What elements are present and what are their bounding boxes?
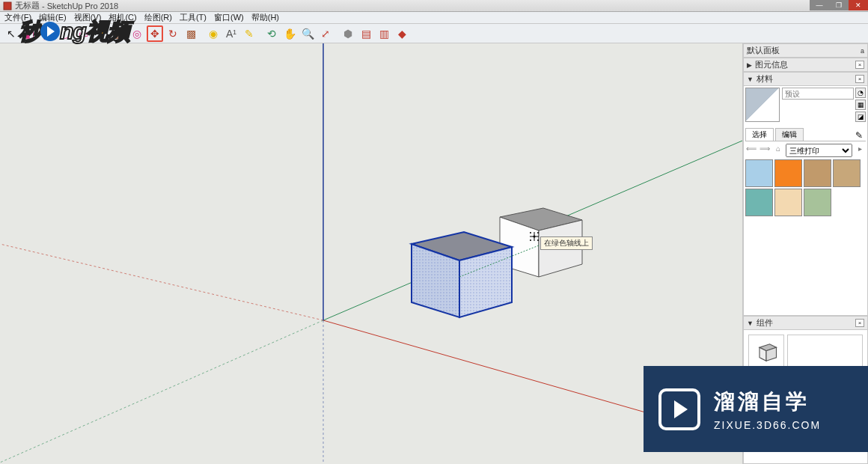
- pushpull-tool[interactable]: ▦: [111, 25, 127, 42]
- zoom-tool[interactable]: 🔍: [299, 25, 316, 42]
- window-close-button[interactable]: ✕: [849, 0, 868, 10]
- inference-tooltip: 在绿色轴线上: [540, 236, 593, 250]
- material-create-icon[interactable]: ▦: [855, 100, 866, 110]
- material-default-icon[interactable]: ◪: [855, 112, 866, 122]
- offset-tool[interactable]: ◎: [129, 25, 145, 42]
- main-toolbar: ↖◧╱◡▭○▦◎✥↻▩◉A¹✎⟲✋🔍⤢⬢▤▥◆: [0, 24, 868, 43]
- pan-tool[interactable]: ✋: [281, 25, 298, 42]
- material-swatch-5[interactable]: [774, 189, 802, 216]
- materials-panel-body: ◔ ▦ ◪ 选择 编辑 ✎ ⟸ ⟹ ⌂ 三维打印 ▸: [743, 86, 868, 316]
- orbit-tool[interactable]: ⟲: [263, 25, 280, 42]
- svg-rect-0: [4, 2, 11, 10]
- model-viewport[interactable]: 在绿色轴线上: [0, 43, 742, 464]
- tray-title: 默认面板: [747, 45, 780, 56]
- collapse-arrow-icon: ▶: [747, 61, 752, 69]
- menu-help[interactable]: 帮助(H): [250, 12, 281, 23]
- menu-bar: 文件(F) 编辑(E) 视图(V) 相机(C) 绘图(R) 工具(T) 窗口(W…: [0, 12, 868, 24]
- expand-arrow-icon: ▼: [747, 76, 754, 83]
- tray-pin-icon[interactable]: a: [861, 47, 864, 55]
- title-bar: 无标题 - SketchUp Pro 2018 — ❐ ✕: [0, 0, 868, 12]
- paint-tool[interactable]: ✎: [241, 25, 257, 42]
- menu-edit[interactable]: 编辑(E): [37, 12, 68, 23]
- component-description: [787, 335, 863, 370]
- menu-window[interactable]: 窗口(W): [213, 12, 245, 23]
- nav-menu-button[interactable]: ▸: [854, 144, 866, 156]
- rotate-tool[interactable]: ↻: [165, 25, 181, 42]
- material-swatch-4[interactable]: [745, 189, 773, 216]
- component-thumbnail[interactable]: [748, 335, 784, 370]
- move-tool[interactable]: ✥: [147, 25, 163, 42]
- materials-close-button[interactable]: ×: [855, 75, 864, 83]
- tray-title-bar[interactable]: 默认面板 a: [743, 43, 868, 58]
- entity-info-close-button[interactable]: ×: [855, 61, 864, 69]
- svg-point-20: [530, 232, 531, 233]
- materials-panel-header[interactable]: ▼ 材料 ×: [743, 72, 868, 86]
- svg-point-21: [537, 232, 539, 233]
- menu-view[interactable]: 视图(V): [73, 12, 103, 23]
- layers-tool[interactable]: ▤: [358, 25, 374, 42]
- entity-info-panel-header[interactable]: ▶ 图元信息 ×: [743, 58, 868, 72]
- menu-file[interactable]: 文件(F): [3, 12, 33, 23]
- doc-name: 无标题: [15, 0, 40, 11]
- line-tool[interactable]: ╱: [39, 25, 55, 42]
- text-tool[interactable]: A¹: [223, 25, 239, 42]
- app-icon: [3, 1, 12, 10]
- svg-point-23: [537, 239, 539, 241]
- svg-point-19: [534, 236, 536, 238]
- rectangle-tool[interactable]: ▭: [75, 25, 91, 42]
- material-swatch-grid: [745, 159, 866, 216]
- axes-canvas: [0, 43, 742, 464]
- material-swatch-3[interactable]: [833, 159, 861, 187]
- material-swatch-0[interactable]: [745, 159, 773, 187]
- app-name: SketchUp Pro 2018: [47, 1, 118, 10]
- title-sep: -: [40, 1, 47, 10]
- select-tool[interactable]: ↖: [3, 25, 19, 42]
- tab-select[interactable]: 选择: [745, 128, 774, 141]
- arc-tool[interactable]: ◡: [57, 25, 73, 42]
- layers2-tool[interactable]: ▥: [376, 25, 392, 42]
- material-name-input[interactable]: [782, 88, 854, 100]
- svg-rect-1: [0, 43, 742, 464]
- zoom-extents-tool[interactable]: ⤢: [317, 25, 334, 42]
- material-sample-icon[interactable]: ◔: [855, 88, 866, 98]
- components-close-button[interactable]: ×: [855, 319, 864, 327]
- material-preview[interactable]: [745, 88, 780, 122]
- material-swatch-1[interactable]: [774, 159, 802, 187]
- ext-tool[interactable]: ◆: [394, 25, 410, 42]
- nav-back-button[interactable]: ⟸: [745, 144, 757, 156]
- components-panel-body: 🔍: [743, 330, 868, 464]
- window-minimize-button[interactable]: —: [810, 0, 829, 10]
- window-maximize-button[interactable]: ❐: [829, 0, 849, 10]
- edit-pencil-icon[interactable]: ✎: [852, 130, 866, 141]
- material-swatch-2[interactable]: [804, 159, 831, 187]
- menu-camera[interactable]: 相机(C): [107, 12, 138, 23]
- svg-point-22: [530, 239, 531, 241]
- tab-edit[interactable]: 编辑: [775, 128, 804, 141]
- expand-arrow-icon: ▼: [747, 320, 754, 327]
- nav-home-icon[interactable]: ⌂: [772, 144, 784, 156]
- components-panel-header[interactable]: ▼ 组件 ×: [743, 316, 868, 330]
- 3dw-tool[interactable]: ⬢: [340, 25, 356, 42]
- material-swatch-6[interactable]: [804, 189, 831, 216]
- cube-selected[interactable]: [412, 232, 512, 317]
- entity-info-title: 图元信息: [755, 59, 788, 70]
- nav-fwd-button[interactable]: ⟹: [759, 144, 771, 156]
- scale-tool[interactable]: ▩: [183, 25, 199, 42]
- menu-draw[interactable]: 绘图(R): [143, 12, 174, 23]
- material-category-select[interactable]: 三维打印: [786, 144, 852, 157]
- menu-tools[interactable]: 工具(T): [178, 12, 208, 23]
- circle-tool[interactable]: ○: [93, 25, 109, 42]
- components-title: 组件: [757, 317, 773, 329]
- component-search-input[interactable]: [748, 375, 868, 388]
- tray-default: 默认面板 a ▶ 图元信息 × ▼ 材料 × ◔ ▦ ◪ 选择 编辑 ✎: [742, 43, 868, 464]
- materials-title: 材料: [757, 73, 773, 85]
- eraser-tool[interactable]: ◧: [21, 25, 37, 42]
- tape-tool[interactable]: ◉: [205, 25, 221, 42]
